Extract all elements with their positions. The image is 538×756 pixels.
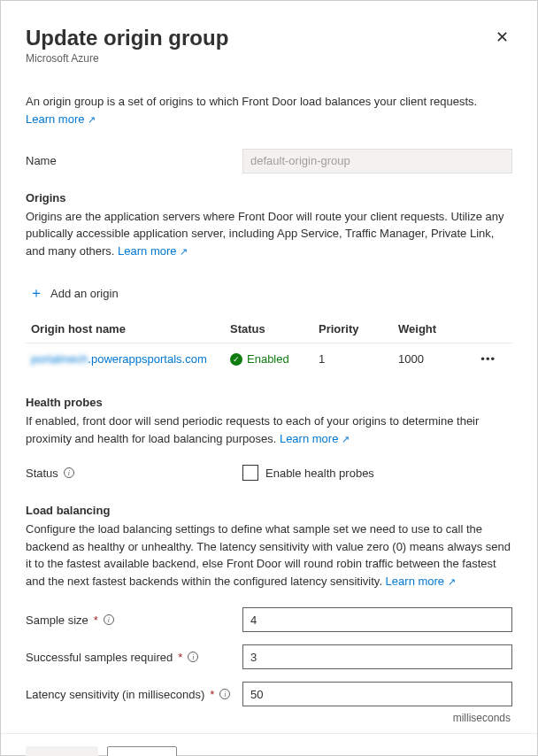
- plus-icon: ＋: [29, 284, 43, 303]
- enable-health-probes-label: Enable health probes: [265, 467, 374, 480]
- required-asterisk: *: [178, 651, 182, 664]
- origin-status-cell: ✓ Enabled: [230, 352, 319, 366]
- row-menu-icon[interactable]: •••: [469, 352, 496, 366]
- panel-footer: Update Cancel: [1, 733, 537, 756]
- info-icon[interactable]: i: [64, 467, 74, 478]
- sample-size-row: Sample size * i: [26, 607, 512, 632]
- health-heading: Health probes: [26, 396, 512, 409]
- load-learn-more-link[interactable]: Learn more ↗: [386, 575, 456, 588]
- successful-samples-input[interactable]: [242, 644, 512, 669]
- health-status-row: Status i Enable health probes: [26, 465, 512, 481]
- origin-weight-cell: 1000: [398, 352, 469, 366]
- latency-sensitivity-input[interactable]: [242, 682, 512, 706]
- health-learn-more-link[interactable]: Learn more ↗: [280, 432, 350, 445]
- info-icon[interactable]: i: [188, 652, 198, 662]
- origin-host-cell: portalmech.powerappsportals.com: [31, 352, 230, 366]
- external-link-icon: ↗: [180, 244, 188, 259]
- latency-unit: milliseconds: [26, 712, 512, 724]
- health-desc: If enabled, front door will send periodi…: [26, 413, 512, 447]
- col-weight-header: Weight: [398, 322, 469, 336]
- external-link-icon: ↗: [88, 114, 96, 126]
- col-priority-header: Priority: [319, 322, 398, 336]
- origins-table: Origin host name Status Priority Weight …: [26, 315, 512, 374]
- intro-learn-more-link[interactable]: Learn more ↗: [26, 112, 96, 126]
- col-host-header: Origin host name: [31, 322, 230, 336]
- health-status-label: Status: [26, 467, 58, 480]
- origin-group-panel: Update origin group Microsoft Azure ✕ An…: [0, 0, 538, 756]
- origin-priority-cell: 1: [319, 352, 398, 366]
- table-row: portalmech.powerappsportals.com ✓ Enable…: [26, 343, 512, 374]
- external-link-icon: ↗: [448, 575, 456, 590]
- sample-size-input[interactable]: [242, 607, 512, 632]
- panel-header: Update origin group Microsoft Azure ✕: [26, 26, 512, 65]
- successful-samples-row: Successful samples required * i: [26, 644, 512, 669]
- origins-heading: Origins: [26, 191, 512, 204]
- panel-title: Update origin group: [26, 26, 228, 50]
- panel-subtitle: Microsoft Azure: [26, 52, 228, 65]
- required-asterisk: *: [94, 613, 98, 627]
- add-origin-button[interactable]: ＋ Add an origin: [29, 284, 509, 303]
- name-input: [242, 149, 512, 174]
- col-status-header: Status: [230, 322, 319, 336]
- name-field-row: Name: [26, 149, 512, 174]
- latency-sensitivity-row: Latency sensitivity (in milliseconds) * …: [26, 682, 512, 706]
- info-icon[interactable]: i: [219, 689, 230, 699]
- info-icon[interactable]: i: [104, 614, 114, 625]
- origins-learn-more-link[interactable]: Learn more ↗: [118, 244, 188, 258]
- intro-text: An origin group is a set of origins to w…: [26, 93, 512, 111]
- cancel-button[interactable]: Cancel: [107, 746, 176, 756]
- origin-host-link[interactable]: portalmech.powerappsportals.com: [31, 352, 207, 366]
- table-header: Origin host name Status Priority Weight: [26, 315, 512, 343]
- required-asterisk: *: [210, 688, 214, 701]
- load-heading: Load balancing: [26, 504, 512, 517]
- enable-health-probes-checkbox[interactable]: [242, 465, 258, 481]
- origins-desc: Origins are the application servers wher…: [26, 208, 512, 260]
- update-button[interactable]: Update: [26, 746, 98, 756]
- external-link-icon: ↗: [342, 432, 350, 447]
- name-label: Name: [26, 154, 242, 167]
- close-icon[interactable]: ✕: [492, 26, 512, 49]
- check-circle-icon: ✓: [230, 353, 242, 366]
- load-desc: Configure the load balancing settings to…: [26, 521, 512, 590]
